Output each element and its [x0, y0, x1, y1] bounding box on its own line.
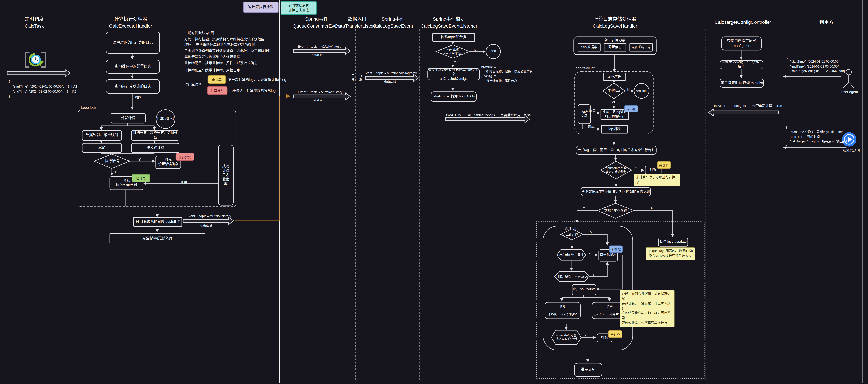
node-push-event: 对 计算成功的日志 push事件 — [133, 217, 182, 227]
node-tskv-object: tskv对象 — [603, 72, 626, 81]
shapes — [94, 45, 649, 345]
lane-header-calctask: 定时调度 CalcTask — [7, 16, 62, 30]
node-accumulate: 累加 — [82, 143, 122, 153]
node-query-cache-config: 查询缓存中的配置信息 — [106, 60, 160, 73]
label-form: 形成 — [588, 124, 594, 129]
trigger-arrow — [7, 69, 70, 77]
label-controller-arrow-params: tskvList configList 是否重新计算： true — [714, 103, 782, 108]
label-user-agent: user agent — [841, 90, 858, 93]
node-success-log-collector: 成功计算日志收集器 — [218, 145, 234, 206]
label-system-startup: 系统启动时 — [843, 148, 860, 153]
label-topic-y: Y — [454, 60, 456, 64]
label-hit-true: true — [610, 100, 615, 103]
label-loop-logs: Loop logs — [81, 105, 96, 109]
diamond-db-exists — [597, 203, 634, 218]
calctask-request-json: { "startTime": "2024-01-01 00:00:00"，【可选… — [9, 79, 79, 99]
badge-not-calc-1: 未计算 — [657, 161, 671, 169]
hexagon-same-value — [555, 271, 589, 282]
label-event-history-exec: Event： topic = v1/tskv/history — [187, 213, 231, 218]
node-query-pending-logs: 查询待计算状态的日志 — [106, 79, 160, 94]
label-db-n: N — [651, 207, 653, 210]
label-datalist-1: dataList — [312, 53, 323, 57]
label-logs: logs — [134, 95, 141, 98]
label-recalc-y: Y — [590, 231, 592, 234]
note-expire-policy: 过期时间默认为1周 好处：执行性能、资源消耗可以维持在比较乐观范围 坏处： 无法… — [184, 30, 309, 60]
node-query-db: 查询数据库中相同配置、相同时刻的日志记录 — [581, 187, 651, 196]
label-hex-new-y: Y — [588, 252, 591, 255]
connector-layer — [0, 0, 868, 384]
badge-calc-error-2: 计算异常 — [176, 153, 194, 161]
lane-header-calclogsavehandler: 计算日志存储处理器 CalcLogSaveHandler — [571, 16, 659, 30]
lane-header-calclogsaveeventlistener: Spring事件监听 CalcLogSaveEventListener — [405, 16, 493, 30]
lane-header-caller: 调用方 — [793, 19, 860, 26]
node-update-all-logs: 对全部log更新入库 — [110, 233, 206, 243]
label-topic-n: N — [474, 48, 476, 52]
node-batch-update: 批量更新 — [574, 363, 602, 377]
label-forward-vertical: 转发 — [358, 73, 363, 82]
badge-calc-error: 计算异常 — [207, 87, 228, 95]
node-tskv-dataset: tskv数据集 — [578, 43, 601, 52]
node-data-mapping: 数据映射、聚合映射 — [82, 130, 122, 141]
label-hit-n: N — [627, 88, 629, 91]
label-source2-y: Y — [585, 334, 587, 337]
node-batch-insert: 批量 insert update — [658, 238, 688, 246]
label-listener-arrow-params: tskvDTOs allEnabledConfigs 是否重新计算：false — [446, 113, 531, 118]
caller-startup-json: { "startTime": 系统中最新log时间 - 5min, "endTi… — [786, 125, 847, 149]
node-merge-sourceinfo: 合并 sourceInfo — [572, 284, 596, 295]
node-log-list: log列表 — [601, 125, 628, 134]
diamond-topic-ok — [436, 45, 469, 58]
label-datalist-2: dataList — [312, 98, 323, 102]
node-log-collector: log收集器 — [578, 104, 591, 124]
badge-not-calc-2: 未计算 — [609, 330, 622, 338]
legend-exec-flow: 物计算执行流程 — [243, 2, 278, 12]
diagram-viewport: 物计算执行流程 实时数据消费 计算日志生成 定时调度 CalcTask 计算执行… — [0, 0, 868, 384]
scheduler-clock-icon — [25, 53, 45, 67]
node-collect-logs: 收集 未匹配、未计算的log — [545, 302, 581, 319]
sticky-unique-key: unique key (配置id， 数据时间) 避免多JVM运行导致重复入库 — [646, 248, 695, 260]
label-db-y: Y — [583, 207, 585, 210]
sticky-not-calc: 未计算：表示可以进行计算了 — [634, 174, 680, 186]
diamond-exec-error — [94, 154, 129, 169]
circle-end — [486, 45, 500, 59]
label-event-vertical: 事件 — [350, 73, 355, 82]
controller-params-arrow — [709, 109, 778, 116]
label-hex-same-y: Y — [592, 273, 594, 276]
node-config-info: 配置信息 — [604, 43, 626, 52]
badge-not-calculated: 未计算 — [208, 75, 226, 84]
label-event-history-queue: Event： topic = v1/tskv/history — [298, 89, 342, 94]
badge-calculated: 已计算 — [132, 174, 150, 182]
ellipse-continue — [634, 83, 649, 98]
note-pending-label: 待计算包含: — [184, 82, 203, 88]
note-first-calc-log: 第一次计算的log，需要重新计算的log — [228, 77, 286, 83]
orange-event-link — [235, 96, 289, 221]
node-indicator-calc: 指标计算、高级计算、分摊计算 — [131, 130, 179, 141]
label-datalist-exec: dataList — [200, 224, 212, 227]
sticky-merge-logic: 经过上面的合并逻辑，如果状态仍然 是已计算、计算异常，那么其再次计 算的结果也必… — [620, 290, 674, 327]
node-get-enabled-configs: 缓存中获取所有开启计算的配置信息 allEnabledConfigs — [427, 68, 480, 80]
lane-header-calctargetconfigcontroller: CalcTargetConfigController — [699, 19, 787, 26]
caller-request-json: { "startTime": "2024-01-01 00:00:00", "e… — [787, 55, 845, 78]
badge-unmatched-1: 未匹配 — [624, 105, 639, 113]
node-formula-calc: 按公式计算 — [131, 143, 179, 153]
node-query-user-config: 查询用户指定配置 configList — [721, 37, 762, 51]
label-datalist-3: dataList — [384, 80, 396, 83]
label-exec-error-y: Y — [138, 158, 141, 161]
node-query-by-time: 基于指定时间查询 tskvList — [720, 79, 764, 88]
legend-realtime-flow: 实时数据消费 计算日志生成 — [281, 1, 317, 15]
badge-unmatched-2: 未匹配 — [609, 245, 623, 253]
label-handler-collect: 收集 — [589, 108, 596, 113]
diamond-hit-config — [603, 83, 625, 98]
label-loop-tskvlist: Loop tskvList — [574, 66, 594, 70]
hexagon-new-things — [557, 250, 586, 260]
node-validate-topic: 校验topic和数据 — [432, 33, 475, 41]
sequence-flow-diagram: 物计算执行流程 实时数据消费 计算日志生成 定时调度 CalcTask 计算执行… — [0, 0, 868, 384]
label-event-latest: Event： topic = v1/tskv/latest — [298, 44, 341, 49]
note-config-detail: 目标物配置: 携带目标物、属性，以及公式信息 计算物配置: 携带计算物、属性信息 — [481, 65, 533, 83]
label-source1-y: Y — [635, 167, 637, 170]
node-filter-things: 过滤出这些配置中的物、属性 — [720, 60, 764, 69]
node-recalc-flag: 是否重新计算 — [629, 43, 653, 52]
label-collect: 收集 — [180, 180, 187, 185]
note-config-meaning: 目标物配置：携带目标物、属性，以及公式信息 计算物配置：携带计算物、属性信息 — [184, 60, 309, 73]
lane-header-calcexecutehandler: 计算执行处理器 CalcExecuteHandler — [86, 16, 175, 30]
circle-calc-count — [156, 110, 175, 128]
